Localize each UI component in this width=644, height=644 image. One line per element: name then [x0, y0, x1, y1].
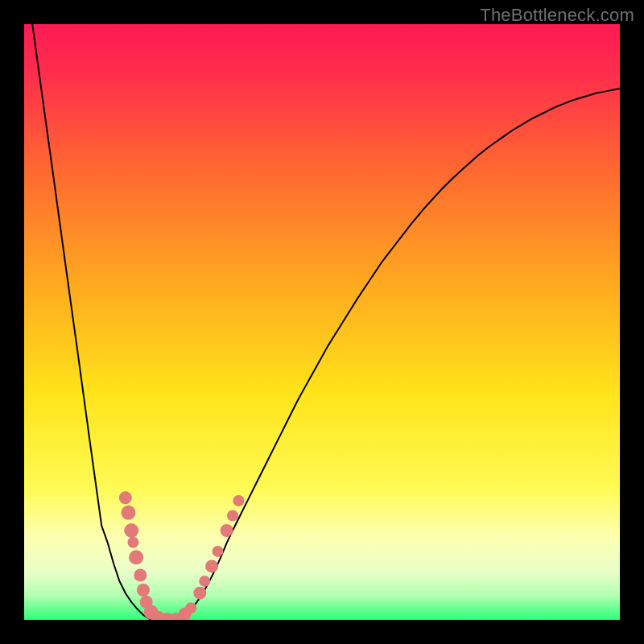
data-marker: [213, 546, 224, 557]
data-marker: [205, 559, 218, 572]
chart-frame: TheBottleneck.com: [0, 0, 644, 644]
data-marker: [193, 587, 206, 600]
data-marker: [127, 537, 138, 548]
series-bottleneck-right: [173, 89, 620, 620]
watermark-text: TheBottleneck.com: [480, 5, 634, 26]
data-marker: [122, 506, 136, 520]
data-marker: [119, 491, 132, 504]
curves-layer: [24, 24, 620, 620]
data-marker: [185, 602, 196, 613]
data-marker: [227, 510, 238, 522]
plot-area: [24, 24, 620, 620]
data-marker: [137, 584, 150, 597]
series-bottleneck-left: [24, 24, 173, 620]
data-marker: [221, 524, 233, 537]
data-marker: [124, 523, 138, 538]
data-marker: [233, 495, 244, 506]
data-marker: [134, 569, 147, 582]
data-marker: [129, 550, 143, 564]
data-marker: [199, 576, 210, 587]
